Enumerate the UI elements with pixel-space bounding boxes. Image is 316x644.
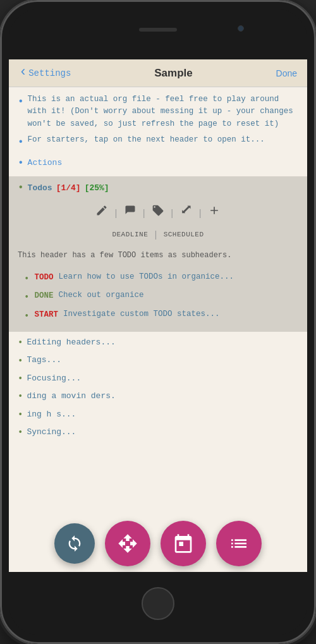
expand-icon[interactable] [179, 204, 192, 223]
list-item-partial-1[interactable]: • ding a movin ders. [18, 389, 298, 403]
phone-frame: Settings Sample Done • This is an actual… [0, 0, 316, 644]
add-icon[interactable] [208, 204, 221, 223]
intro-bullet-2: • For starters, tap on the next header t… [18, 134, 298, 151]
sub-item-todo[interactable]: • TODO Learn how to use TODOs in organic… [18, 271, 298, 286]
fab-move[interactable] [105, 521, 150, 566]
toolbar-label-row: DEADLINE | SCHEDULED [9, 227, 307, 246]
nav-bar: Settings Sample Done [9, 59, 307, 87]
nav-title: Sample [154, 67, 192, 80]
list-bullet-3: • [18, 372, 23, 386]
fab-calendar[interactable] [161, 521, 206, 566]
list-text-1: Editing headers... [27, 336, 115, 349]
list-text-2: Tags... [27, 354, 61, 367]
nav-back-button[interactable]: Settings [19, 67, 71, 80]
keyword-start: START [34, 308, 58, 321]
list-bullet-1: • [18, 336, 23, 349]
home-button[interactable] [142, 587, 174, 620]
screen: Settings Sample Done • This is an actual… [9, 59, 307, 572]
todos-section[interactable]: • Todos [1/4] [25%] | [9, 176, 307, 269]
list-text-3: Focusing... [27, 372, 81, 386]
toolbar-sep-4: | [197, 207, 202, 221]
toolbar-sep-3: | [169, 207, 174, 221]
actions-item[interactable]: • Actions [18, 155, 298, 172]
todos-percent: [25%] [85, 182, 109, 195]
todos-label: Todos [28, 182, 52, 195]
list-bullet-2: • [18, 354, 23, 368]
sub-item-done[interactable]: • DONE Check out organice [18, 289, 298, 304]
sub-bullet-2: • [24, 290, 29, 304]
todos-description: This header has a few TODO items as subh… [9, 246, 307, 265]
intro-text-2: For starters, tap on the next header to … [28, 134, 265, 146]
fab-sync[interactable] [54, 523, 95, 564]
sub-item-start[interactable]: • START Investigate custom TODO states..… [18, 308, 298, 323]
tag-icon[interactable] [152, 204, 164, 223]
edit-icon[interactable] [95, 204, 108, 223]
deadline-label: DEADLINE [112, 229, 148, 241]
sub-items-section: • TODO Learn how to use TODOs in organic… [9, 269, 307, 332]
toolbar-sep-5: | [153, 228, 158, 242]
sub-text-1: Learn how to use TODOs in organice... [58, 271, 234, 283]
phone-top-bar [9, 9, 307, 59]
todos-fraction: [1/4] [56, 182, 81, 195]
bullet-icon-2: • [18, 135, 24, 151]
phone-bottom [9, 572, 307, 635]
fab-list[interactable] [216, 521, 262, 566]
list-bullet-5: • [18, 408, 23, 422]
intro-bullet-1: • This is an actual org file - feel free… [18, 94, 298, 130]
list-item-editing[interactable]: • Editing headers... [18, 336, 298, 349]
toolbar-sep-1: | [113, 207, 118, 221]
sub-bullet-3: • [24, 309, 29, 323]
phone-inner: Settings Sample Done • This is an actual… [9, 9, 307, 635]
list-section: • Editing headers... • Tags... • Focusin… [18, 332, 298, 447]
list-text-6: Syncing... [27, 426, 76, 439]
nav-done-button[interactable]: Done [276, 68, 297, 78]
camera [238, 25, 244, 32]
actions-bullet: • [18, 155, 24, 172]
list-item-tags[interactable]: • Tags... [18, 354, 298, 368]
sub-text-2: Check out organice [58, 289, 143, 301]
todos-bullet: • [18, 180, 24, 197]
list-bullet-6: • [18, 425, 23, 439]
sub-bullet-1: • [24, 272, 29, 286]
keyword-done: DONE [34, 289, 53, 302]
list-item-focusing[interactable]: • Focusing... [18, 372, 298, 386]
list-item-partial-2[interactable]: • ing h s... [18, 408, 298, 422]
speaker [139, 28, 177, 32]
toolbar: | | [9, 200, 307, 227]
sub-text-3: Investigate custom TODO states... [63, 308, 220, 320]
list-bullet-4: • [18, 389, 23, 403]
content-area[interactable]: • This is an actual org file - feel free… [9, 87, 307, 572]
todos-header[interactable]: • Todos [1/4] [25%] [18, 180, 298, 197]
actions-label: Actions [28, 157, 63, 170]
list-item-syncing[interactable]: • Syncing... [18, 425, 298, 439]
intro-text-1: This is an actual org file - feel free t… [28, 94, 298, 130]
toolbar-sep-2: | [142, 207, 147, 221]
compose-icon[interactable] [124, 204, 137, 223]
list-text-5: ing h s... [27, 408, 76, 422]
bullet-icon-1: • [18, 94, 24, 111]
keyword-todo: TODO [34, 271, 53, 284]
list-text-4: ding a movin ders. [27, 390, 115, 403]
scheduled-label: SCHEDULED [164, 229, 204, 241]
